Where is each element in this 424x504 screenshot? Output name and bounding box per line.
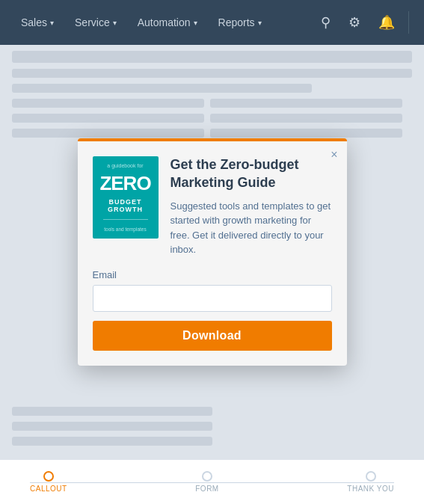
nav-service-label: Service [75,16,110,28]
step-callout-label: CALLOUT [30,485,67,493]
step-callout-circle [43,471,54,482]
modal-text-section: Get the Zero-budget Marketing Guide Sugg… [170,156,332,257]
step-thankyou-label: THANK YOU [347,485,394,493]
email-input[interactable] [93,285,332,312]
nav-service-chevron: ▾ [113,19,117,27]
modal-close-button[interactable]: × [331,149,337,161]
nav-reports-chevron: ▾ [258,19,262,27]
nav-sales-chevron: ▾ [50,19,54,27]
download-button[interactable]: Download [93,321,332,351]
modal-overlay: × a guidebook for ZERO BUDGET GROWTH too… [0,45,424,459]
progress-container: CALLOUT FORM THANK YOU [30,471,394,493]
modal-title: Get the Zero-budget Marketing Guide [170,156,332,191]
modal-top-section: a guidebook for ZERO BUDGET GROWTH tools… [78,141,347,269]
gear-icon[interactable]: ⚙ [341,8,368,37]
progress-steps: CALLOUT FORM THANK YOU [30,471,394,493]
page-background: × a guidebook for ZERO BUDGET GROWTH too… [0,45,424,459]
bell-icon[interactable]: 🔔 [371,8,402,37]
nav-service[interactable]: Service ▾ [66,10,126,34]
step-form-circle [202,471,212,482]
search-icon[interactable]: ⚲ [313,8,338,37]
step-form-label: FORM [195,485,218,493]
step-callout: CALLOUT [30,471,67,493]
book-budget-text: BUDGET GROWTH [97,198,154,213]
step-form: FORM [195,471,218,493]
book-top-text: a guidebook for [107,162,143,169]
nav-reports[interactable]: Reports ▾ [209,10,271,34]
nav-reports-label: Reports [218,16,255,28]
nav-automation-chevron: ▾ [194,19,197,27]
navbar: Sales ▾ Service ▾ Automation ▾ Reports ▾… [0,0,424,45]
step-thankyou: THANK YOU [347,471,394,493]
book-bottom-text: tools and templates [104,226,146,233]
book-divider [103,219,148,220]
nav-automation[interactable]: Automation ▾ [129,10,206,34]
email-label: Email [93,269,332,280]
modal-form: Email Download [78,269,347,366]
step-thankyou-circle [366,471,376,482]
nav-divider [408,11,409,34]
bottom-progress-bar: CALLOUT FORM THANK YOU [0,459,424,504]
book-zero-text: ZERO [99,173,150,193]
nav-sales[interactable]: Sales ▾ [12,10,63,34]
modal: × a guidebook for ZERO BUDGET GROWTH too… [78,138,347,366]
book-cover: a guidebook for ZERO BUDGET GROWTH tools… [93,156,159,239]
nav-automation-label: Automation [138,16,191,28]
nav-sales-label: Sales [21,16,47,28]
modal-description: Suggested tools and templates to get sta… [170,199,332,257]
bg-content-bottom [12,407,412,452]
